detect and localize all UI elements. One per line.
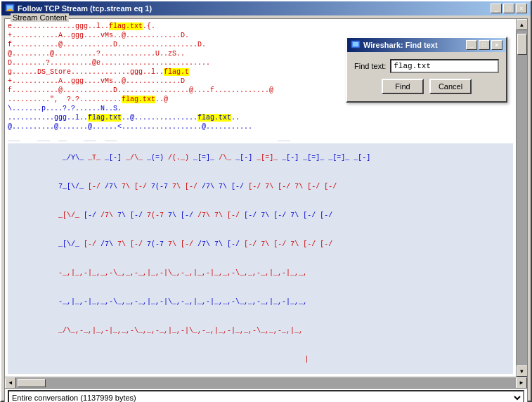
- stream-line: _[\/_ [-/ /7\ 7\ [-/ 7(-7 7\ [-/ /7\ 7\ …: [8, 201, 513, 230]
- window-title: Follow TCP Stream (tcp.stream eq 1): [18, 4, 152, 13]
- minimize-button[interactable]: _: [491, 4, 502, 13]
- find-dialog-title: Wireshark: Find text: [363, 41, 438, 49]
- find-buttons-row: Find Cancel: [354, 79, 499, 94]
- stream-line: @..........@.......@......<.............…: [8, 122, 513, 131]
- find-dialog-body: Find text: Find Cancel: [347, 52, 506, 101]
- scroll-track-h[interactable]: [16, 378, 516, 388]
- conversation-dropdown[interactable]: Entire conversation (1137999 bytes): [8, 390, 524, 402]
- title-bar: Follow TCP Stream (tcp.stream eq 1) _ □ …: [1, 1, 531, 15]
- svg-rect-3: [353, 42, 358, 46]
- find-find-button[interactable]: Find: [382, 79, 424, 94]
- stream-line: -_,|_,-|_,_,-\_,_,-_,|_,-|\_,-_,|_,-|_,_…: [8, 287, 513, 316]
- stream-line: \.......p....?.?......N..S.: [8, 104, 513, 113]
- stream-line: ___ ___ __ ___ ___ ___: [8, 134, 513, 143]
- title-bar-left: Follow TCP Stream (tcp.stream eq 1): [5, 4, 152, 13]
- stream-line: 7_[\/_ [-/ /7\ 7\ [-/ 7(-7 7\ [-/ /7\ 7\…: [8, 172, 513, 201]
- find-dialog-controls: _ □ ×: [466, 40, 502, 50]
- find-dialog: Wireshark: Find text _ □ × Find text: Fi…: [346, 37, 507, 103]
- find-cancel-button[interactable]: Cancel: [429, 79, 472, 94]
- find-minimize-btn[interactable]: _: [466, 40, 477, 50]
- main-window: Follow TCP Stream (tcp.stream eq 1) _ □ …: [0, 0, 532, 402]
- find-close-btn[interactable]: ×: [491, 40, 502, 50]
- stream-line: e...............ggg..l..flag.txt.{.: [8, 22, 513, 31]
- find-dialog-titlebar: Wireshark: Find text _ □ ×: [347, 38, 506, 52]
- find-maximize-btn[interactable]: □: [479, 40, 490, 50]
- scroll-track-v[interactable]: [517, 30, 527, 365]
- stream-line: _[\/_ [-/ /7\ 7\ [-/ 7(-7 7\ [-/ /7\ 7\ …: [8, 230, 513, 259]
- stream-line: _/\_,-_,|_,-|_,_,-\_,_,-_,|_,-|\_,-_,|_,…: [8, 316, 513, 345]
- scroll-right-arrow[interactable]: ►: [516, 377, 527, 389]
- find-title-content: Wireshark: Find text: [351, 40, 438, 50]
- stream-line: _/Y\_ _T_ _[-] _/\_ _(=) /(._) _[=]_ /\_…: [8, 143, 513, 172]
- find-text-input[interactable]: [390, 59, 499, 73]
- stream-line: |: [8, 345, 513, 374]
- scroll-left-arrow[interactable]: ◄: [5, 377, 16, 389]
- vertical-scrollbar[interactable]: ▲ ▼: [516, 19, 527, 377]
- horizontal-scrollbar[interactable]: ◄ ►: [5, 377, 527, 388]
- app-icon: [5, 4, 15, 13]
- wireshark-icon: [351, 40, 361, 50]
- close-window-button[interactable]: ×: [516, 4, 527, 13]
- find-text-row: Find text:: [354, 59, 499, 73]
- title-bar-controls: _ □ ×: [491, 4, 527, 13]
- scroll-thumb-v[interactable]: [517, 34, 527, 55]
- scroll-down-arrow[interactable]: ▼: [517, 365, 528, 377]
- scroll-thumb-h[interactable]: [18, 379, 46, 387]
- stream-line: ...........ggg..l..flag.txt..@..........…: [8, 113, 513, 122]
- scroll-up-arrow[interactable]: ▲: [517, 19, 528, 30]
- stream-line: -_,|_,-|_,_,-\_,_,-_,|_,-|\_,-_,|_,-|_,_…: [8, 259, 513, 287]
- find-text-label: Find text:: [354, 62, 386, 70]
- dropdown-row: Entire conversation (1137999 bytes): [5, 388, 527, 402]
- maximize-button[interactable]: □: [503, 4, 514, 13]
